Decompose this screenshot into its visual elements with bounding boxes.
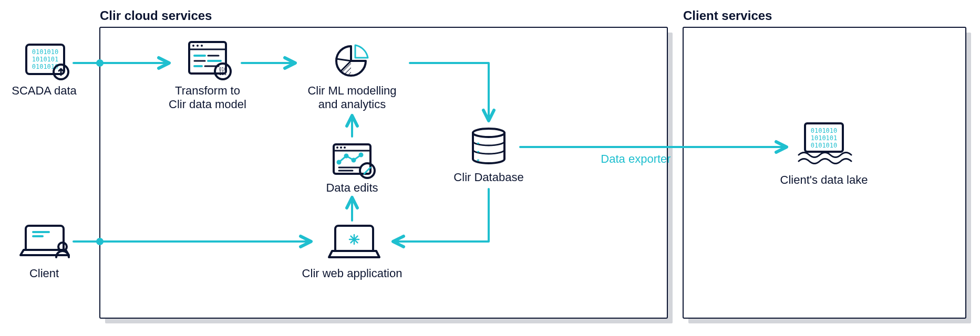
- ml-label-2: and analytics: [318, 98, 386, 111]
- svg-point-12: [201, 45, 203, 47]
- svg-point-39: [477, 159, 480, 161]
- svg-text:0101010: 0101010: [811, 142, 838, 149]
- lake-label: Client's data lake: [780, 173, 868, 186]
- scada-label: SCADA data: [12, 84, 77, 97]
- svg-point-10: [192, 45, 194, 47]
- svg-point-37: [477, 142, 480, 144]
- client-icon: [20, 226, 69, 257]
- svg-text:1010101: 1010101: [811, 134, 838, 142]
- ml-label-1: Clir ML modelling: [307, 84, 396, 97]
- database-label: Clir Database: [453, 171, 523, 184]
- transform-label-1: Transform to: [175, 84, 240, 97]
- client-frame: [683, 27, 966, 318]
- svg-point-11: [197, 45, 199, 47]
- svg-point-38: [477, 151, 480, 152]
- svg-point-25: [336, 146, 338, 149]
- svg-point-27: [344, 146, 346, 149]
- scada-data-icon: 0101010 1010101 0101010: [26, 45, 68, 79]
- svg-text:0101010: 0101010: [811, 127, 838, 134]
- exporter-label: Data exporter: [601, 152, 670, 165]
- svg-text:1010101: 1010101: [32, 56, 59, 63]
- edits-label: Data edits: [326, 181, 378, 194]
- cloud-header: Clir cloud services: [100, 8, 212, 23]
- client-services-header: Client services: [683, 8, 772, 23]
- client-label: Client: [29, 267, 59, 280]
- transform-label-2: Clir data model: [169, 98, 246, 111]
- svg-point-26: [340, 146, 342, 149]
- webapp-label: Clir web application: [302, 267, 403, 280]
- svg-text:101: 101: [219, 71, 227, 76]
- svg-text:0101010: 0101010: [32, 48, 59, 56]
